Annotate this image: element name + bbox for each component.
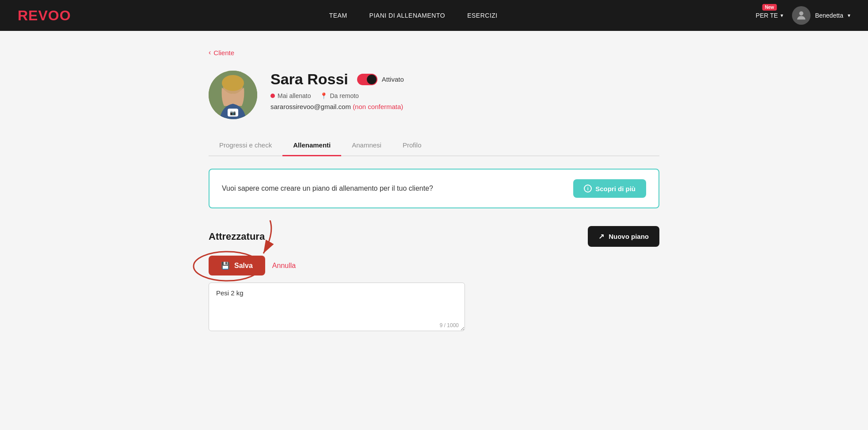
navbar: REVOO TEAM PIANI DI ALLENAMENTO ESERCIZI… (0, 0, 868, 31)
tab-allenamenti[interactable]: Allenamenti (282, 135, 341, 156)
annulla-link[interactable]: Annulla (272, 262, 296, 270)
logo[interactable]: REVOO (18, 8, 71, 24)
equipment-textarea[interactable]: Pesi 2 kg (209, 283, 465, 331)
profile-header: 📷 Sara Rossi Attivato Mai allenato 📍 (209, 71, 659, 119)
salva-button[interactable]: 💾 Salva (209, 256, 265, 275)
breadcrumb[interactable]: ‹ Cliente (209, 49, 659, 57)
breadcrumb-label: Cliente (213, 49, 234, 57)
breadcrumb-arrow-icon: ‹ (209, 49, 211, 57)
profile-avatar[interactable]: 📷 (209, 71, 257, 119)
svg-point-0 (799, 11, 803, 15)
profile-meta: Mai allenato 📍 Da remoto (270, 92, 659, 99)
nav-piani[interactable]: PIANI DI ALLENAMENTO (369, 12, 445, 19)
banner-text: Vuoi sapere come creare un piano di alle… (222, 185, 433, 192)
save-icon: 💾 (221, 261, 230, 270)
profile-info: Sara Rossi Attivato Mai allenato 📍 Da re… (270, 71, 659, 110)
new-badge: New (762, 4, 777, 11)
save-cancel-section: 💾 Salva Annulla (209, 256, 296, 283)
toggle-label: Attivato (382, 75, 404, 83)
tab-progressi[interactable]: Progressi e check (209, 135, 282, 156)
nav-esercizi[interactable]: ESERCIZI (467, 12, 498, 19)
location-icon: 📍 (320, 92, 327, 99)
email-text: sararossirevoo@gmail.com (270, 103, 351, 110)
meta-training: Mai allenato (270, 92, 311, 99)
nav-links: TEAM PIANI DI ALLENAMENTO ESERCIZI (329, 12, 498, 19)
user-chevron-icon: ▾ (848, 12, 850, 19)
char-count: 9 / 1000 (440, 322, 459, 328)
section-header: Attrezzatura ↗ Nuovo piano (209, 226, 659, 247)
save-cancel-row: 💾 Salva Annulla (209, 256, 296, 275)
meta-location: 📍 Da remoto (320, 92, 359, 99)
toggle-knob (367, 75, 377, 84)
nuovo-piano-button[interactable]: ↗ Nuovo piano (588, 226, 659, 247)
tab-anamnesi[interactable]: Anamnesi (341, 135, 392, 156)
arrows-icon: ↗ (598, 232, 604, 241)
salva-wrapper: 💾 Salva (209, 256, 265, 275)
nuovo-piano-label: Nuovo piano (609, 233, 649, 240)
avatar (792, 6, 811, 25)
profile-email: sararossirevoo@gmail.com (non confermata… (270, 103, 659, 110)
per-te-label: PER TE (756, 12, 778, 19)
navbar-right: New PER TE ▾ Benedetta ▾ (756, 6, 850, 25)
training-label: Mai allenato (278, 92, 311, 99)
scopri-label: Scopri di più (595, 185, 636, 192)
nav-team[interactable]: TEAM (329, 12, 347, 19)
textarea-wrapper: Pesi 2 kg 9 / 1000 (209, 283, 465, 333)
camera-icon: 📷 (228, 109, 238, 117)
user-name: Benedetta (815, 12, 843, 19)
profile-name-row: Sara Rossi Attivato (270, 71, 659, 88)
user-menu[interactable]: Benedetta ▾ (792, 6, 850, 25)
profile-name: Sara Rossi (270, 71, 348, 88)
per-te-chevron-icon: ▾ (780, 12, 783, 19)
active-toggle[interactable] (357, 74, 377, 85)
tab-profilo[interactable]: Profilo (392, 135, 432, 156)
training-dot-icon (270, 94, 275, 98)
info-icon: i (584, 185, 592, 192)
page-content: ‹ Cliente 📷 Sara Ros (191, 31, 677, 351)
section-title: Attrezzatura (209, 231, 265, 242)
active-toggle-wrapper: Attivato (357, 74, 404, 85)
svg-point-4 (222, 75, 244, 91)
location-label: Da remoto (330, 92, 359, 99)
per-te-menu[interactable]: New PER TE ▾ (756, 12, 783, 19)
tabs: Progressi e check Allenamenti Anamnesi P… (209, 135, 659, 156)
scopri-button[interactable]: i Scopri di più (573, 179, 646, 198)
email-status: (non confermata) (353, 103, 403, 110)
info-banner: Vuoi sapere come creare un piano di alle… (209, 169, 659, 208)
salva-label: Salva (234, 262, 253, 270)
